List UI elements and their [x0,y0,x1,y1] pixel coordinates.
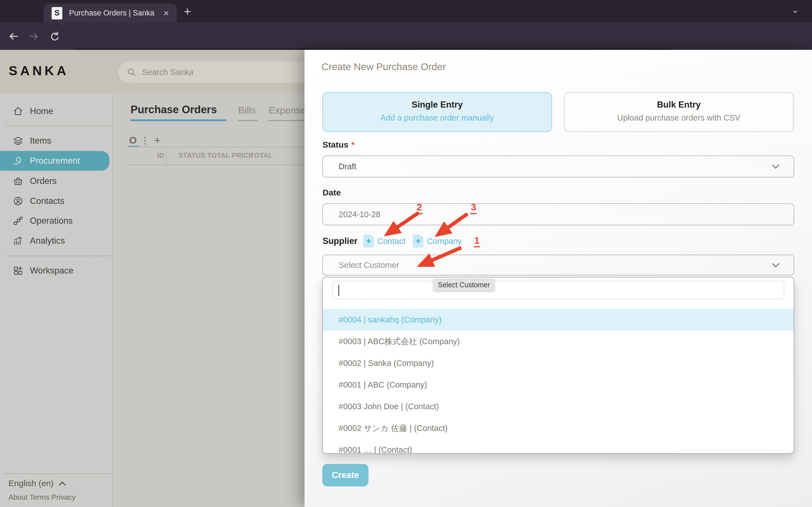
forward-icon[interactable] [29,32,39,41]
drawer-title: Create New Purchase Order [321,61,446,72]
sidebar-item-contacts[interactable]: Contacts [0,191,112,211]
status-select[interactable]: Draft [322,156,794,177]
browser-tab-strip: S Purchase Orders | Sanka × + ⌄ [0,0,812,22]
sidebar-divider [6,256,110,256]
person-circle-icon [13,196,23,206]
view-tab-icon[interactable]: O [129,135,137,146]
select-customer-tooltip: Select Customer [434,279,495,291]
add-contact-icon[interactable]: + [363,235,374,247]
col-header-status[interactable]: STATUS [179,152,205,159]
add-company-link[interactable]: Company [427,237,462,246]
create-purchase-order-drawer: Create New Purchase Order Single Entry A… [305,50,812,507]
text-cursor [338,285,339,296]
favicon: S [52,7,62,19]
bulk-entry-card[interactable]: Bulk Entry Upload purchase orders with C… [564,92,794,132]
date-label: Date [322,188,341,198]
supplier-row: Supplier + Contact + Company [322,235,466,247]
tab-bills[interactable]: Bills [238,105,256,116]
customer-dropdown-panel: #0004 | sankahq (Company) #0003 | ABC株式会… [322,277,794,454]
workspace-icon [13,266,23,276]
status-label: Status* [322,140,354,150]
footer-divider [3,473,110,474]
search-icon [127,68,137,77]
option-clipped[interactable]: #0001 … | (Contact) [323,439,794,454]
global-search-input[interactable]: Search Sanka [118,62,327,83]
procurement-icon [13,156,23,166]
sidebar: Home Items Procurement Orders [0,93,113,507]
tab-close-icon[interactable]: × [163,8,169,18]
single-entry-card[interactable]: Single Entry Add a purchase order manual… [322,92,552,132]
date-input[interactable]: 2024-10-28 [322,203,794,225]
supplier-label: Supplier [322,236,357,246]
view-options-icon[interactable] [144,137,146,145]
sidebar-item-orders[interactable]: Orders [0,171,112,191]
language-selector[interactable]: English (en) [8,478,66,488]
home-icon [13,106,23,116]
sidebar-item-operations[interactable]: Operations [0,211,112,231]
add-contact-link[interactable]: Contact [377,237,405,246]
window-chevron-icon[interactable]: ⌄ [791,4,799,15]
add-company-icon[interactable]: + [413,235,423,247]
screen: S Purchase Orders | Sanka × + ⌄ a [0,0,812,507]
basket-icon [13,176,23,186]
customer-search-input[interactable] [332,281,784,299]
back-icon[interactable] [8,32,18,41]
col-header-total[interactable]: TOTAL [250,152,273,159]
option-sankahq[interactable]: #0004 | sankahq (Company) [323,309,794,331]
col-header-id[interactable]: ID [147,152,164,159]
tab-purchase-orders[interactable]: Purchase Orders [131,104,217,116]
layers-icon [13,136,23,146]
active-tab-underline [131,119,226,121]
app-logo: SANKA [9,63,69,78]
search-placeholder: Search Sanka [142,68,193,77]
analytics-icon [13,236,23,246]
chevron-up-icon [59,481,66,486]
annotation-2: 2 [416,202,423,214]
new-tab-button[interactable]: + [184,4,191,18]
browser-tab[interactable]: S Purchase Orders | Sanka × [44,4,177,22]
annotation-3: 3 [470,202,477,214]
option-sanka-sato[interactable]: #0002 サンカ 佐藤 | (Contact) [323,417,794,439]
sidebar-divider [6,126,110,126]
sidebar-item-procurement[interactable]: Procurement [0,151,109,171]
reload-icon[interactable] [49,32,60,42]
browser-toolbar: app.sanka.io/purchase_orders/ [0,22,812,50]
annotation-1: 1 [474,235,480,247]
chevron-down-icon [772,164,779,169]
add-view-button[interactable]: + [154,134,160,147]
chevron-down-icon [772,263,779,268]
customer-options: #0004 | sankahq (Company) #0003 | ABC株式会… [323,309,794,454]
customer-select-trigger[interactable]: Select Customer [322,255,794,276]
option-john-doe[interactable]: #0003 John Doe | (Contact) [323,396,794,417]
col-header-total-price[interactable]: TOTAL PRICE [207,152,253,159]
sidebar-item-items[interactable]: Items [0,131,112,151]
footer-links[interactable]: About Terms Privacy [8,493,75,502]
required-asterisk: * [351,140,355,149]
sidebar-item-home[interactable]: Home [0,101,112,121]
option-sanka[interactable]: #0002 | Sanka (Company) [323,352,794,374]
sidebar-item-analytics[interactable]: Analytics [0,231,112,251]
sidebar-item-workspace[interactable]: Workspace [0,261,112,281]
option-abc[interactable]: #0001 | ABC (Company) [323,374,794,396]
tab-title: Purchase Orders | Sanka [69,9,157,17]
create-button[interactable]: Create [322,464,368,487]
option-abc-kk[interactable]: #0003 | ABC株式会社 (Company) [323,331,794,352]
workflow-icon [13,216,23,226]
